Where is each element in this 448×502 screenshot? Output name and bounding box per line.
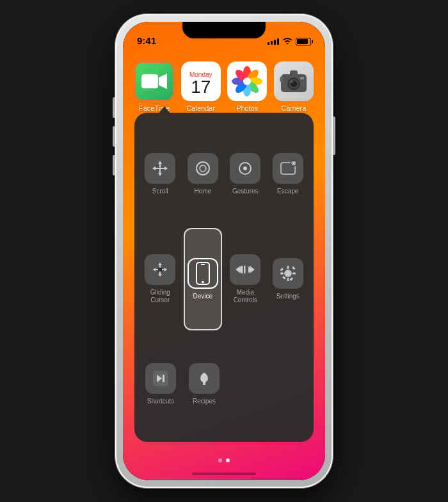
volume-down-button[interactable] [113, 126, 115, 147]
svg-marker-1 [159, 74, 167, 89]
menu-label-media-controls: Media Controls [234, 289, 257, 304]
home-indicator [192, 473, 256, 475]
menu-item-recipes[interactable]: Recipes [184, 333, 224, 435]
svg-marker-22 [158, 161, 162, 164]
menu-item-device[interactable]: Device [184, 228, 223, 330]
power-button[interactable] [333, 117, 335, 155]
menu-item-gestures[interactable]: Gestures [226, 123, 265, 225]
svg-rect-60 [289, 277, 293, 281]
menu-item-escape[interactable]: Escape [269, 123, 308, 225]
svg-rect-58 [292, 266, 296, 270]
svg-point-26 [196, 162, 209, 175]
menu-item-home[interactable]: Home [184, 123, 223, 225]
svg-rect-49 [246, 266, 248, 273]
mute-button[interactable] [113, 155, 115, 175]
phone-inner: 9:41 [123, 22, 325, 480]
menu-row-2: Gliding Cursor Device [141, 228, 307, 330]
menu-label-scroll: Scroll [152, 188, 168, 195]
menu-item-scroll[interactable]: Scroll [141, 123, 180, 225]
app-grid: FaceTime Monday 17 Calendar [123, 55, 325, 118]
app-label-photos: Photos [236, 104, 258, 112]
svg-rect-43 [201, 264, 205, 265]
app-label-calendar: Calendar [186, 104, 215, 112]
svg-rect-42 [196, 263, 209, 284]
menu-item-media-controls[interactable]: Media Controls [226, 228, 265, 330]
battery-icon [296, 38, 311, 45]
svg-marker-41 [164, 268, 167, 271]
svg-rect-56 [292, 273, 296, 275]
svg-marker-24 [152, 166, 156, 170]
menu-item-gliding-cursor[interactable]: Gliding Cursor [141, 228, 180, 330]
volume-up-button[interactable] [113, 97, 115, 118]
menu-item-settings[interactable]: Settings [269, 228, 308, 330]
svg-marker-23 [158, 173, 162, 176]
svg-rect-37 [158, 268, 162, 271]
svg-point-11 [243, 77, 251, 85]
svg-point-18 [291, 81, 293, 83]
app-calendar[interactable]: Monday 17 Calendar [181, 61, 221, 112]
menu-label-gliding-cursor: Gliding Cursor [150, 289, 170, 304]
svg-rect-53 [287, 266, 289, 269]
assistive-menu: Scroll Home [134, 113, 314, 442]
svg-marker-38 [158, 263, 162, 265]
phone-outer: 9:41 [115, 14, 333, 488]
svg-point-27 [200, 165, 206, 172]
svg-point-62 [286, 272, 289, 275]
svg-point-29 [243, 166, 247, 170]
app-label-camera: Camera [281, 104, 306, 112]
signal-icon [268, 38, 279, 45]
svg-rect-47 [244, 266, 246, 273]
app-camera[interactable]: Camera [274, 61, 314, 112]
app-photos[interactable]: Photos [227, 61, 268, 112]
svg-rect-57 [280, 268, 284, 271]
menu-label-gestures: Gestures [232, 188, 259, 195]
app-facetime[interactable]: FaceTime [134, 61, 175, 112]
svg-marker-39 [158, 274, 162, 277]
svg-marker-25 [164, 166, 168, 170]
menu-item-shortcuts[interactable]: Shortcuts [141, 333, 180, 435]
menu-label-settings: Settings [276, 293, 300, 300]
screen: 9:41 [123, 22, 325, 480]
svg-rect-54 [287, 278, 289, 281]
status-icons [268, 36, 311, 46]
svg-marker-40 [153, 268, 156, 271]
svg-rect-14 [290, 70, 298, 76]
menu-label-recipes: Recipes [193, 398, 216, 405]
svg-rect-0 [141, 74, 158, 88]
svg-rect-59 [282, 276, 286, 280]
menu-label-device: Device [193, 293, 212, 300]
menu-row-1: Scroll Home [141, 123, 307, 225]
menu-label-home: Home [194, 188, 211, 195]
svg-rect-19 [300, 77, 304, 79]
page-dots [123, 458, 325, 462]
menu-label-shortcuts: Shortcuts [147, 398, 174, 405]
svg-rect-13 [280, 77, 283, 82]
notch [182, 22, 266, 38]
page-dot-2[interactable] [226, 458, 230, 462]
menu-row-3: Shortcuts Recipes [141, 333, 307, 435]
svg-rect-55 [280, 273, 284, 275]
calendar-day: 17 [191, 78, 211, 96]
page-dot-1[interactable] [218, 458, 222, 462]
svg-rect-65 [163, 375, 164, 382]
wifi-icon [282, 36, 292, 46]
svg-rect-44 [202, 281, 204, 283]
menu-item-empty [228, 333, 307, 435]
menu-label-escape: Escape [277, 188, 298, 195]
